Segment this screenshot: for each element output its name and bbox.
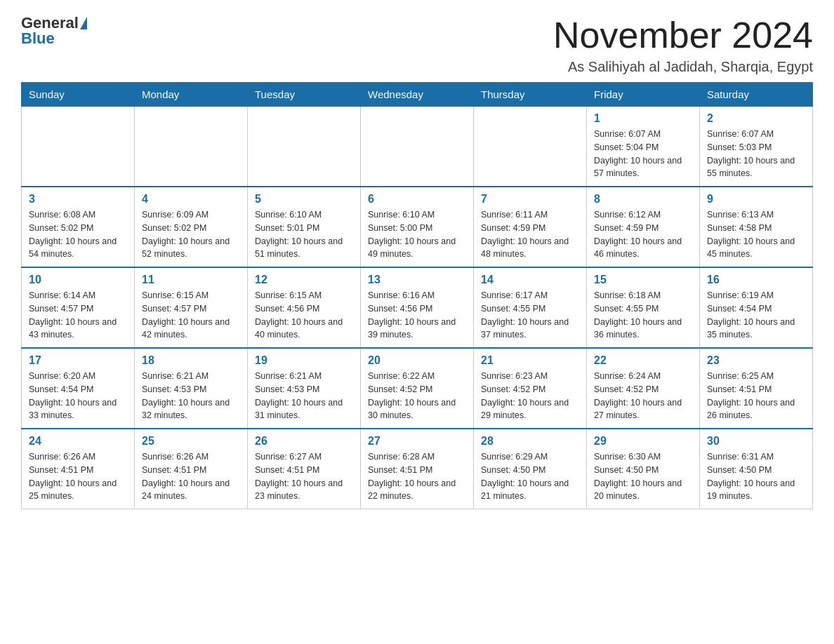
calendar-cell: 23Sunrise: 6:25 AMSunset: 4:51 PMDayligh… — [700, 348, 813, 429]
day-number: 8 — [594, 193, 692, 206]
weekday-header-tuesday: Tuesday — [248, 83, 361, 107]
calendar-cell: 2Sunrise: 6:07 AMSunset: 5:03 PMDaylight… — [700, 107, 813, 187]
day-info: Sunrise: 6:17 AMSunset: 4:55 PMDaylight:… — [481, 289, 579, 342]
day-number: 25 — [142, 435, 240, 448]
day-info: Sunrise: 6:07 AMSunset: 5:04 PMDaylight:… — [594, 128, 692, 180]
day-info: Sunrise: 6:18 AMSunset: 4:55 PMDaylight:… — [594, 289, 692, 342]
calendar-cell: 26Sunrise: 6:27 AMSunset: 4:51 PMDayligh… — [248, 429, 361, 509]
day-info: Sunrise: 6:30 AMSunset: 4:50 PMDaylight:… — [594, 450, 692, 503]
calendar-cell — [22, 107, 135, 187]
calendar-week-4: 17Sunrise: 6:20 AMSunset: 4:54 PMDayligh… — [22, 348, 813, 429]
calendar-cell: 6Sunrise: 6:10 AMSunset: 5:00 PMDaylight… — [361, 187, 474, 267]
calendar-week-5: 24Sunrise: 6:26 AMSunset: 4:51 PMDayligh… — [22, 429, 813, 509]
calendar-cell: 18Sunrise: 6:21 AMSunset: 4:53 PMDayligh… — [135, 348, 248, 429]
day-number: 11 — [142, 274, 240, 286]
calendar-cell — [474, 107, 587, 187]
day-info: Sunrise: 6:14 AMSunset: 4:57 PMDaylight:… — [29, 289, 127, 342]
calendar-cell: 20Sunrise: 6:22 AMSunset: 4:52 PMDayligh… — [361, 348, 474, 429]
day-info: Sunrise: 6:23 AMSunset: 4:52 PMDaylight:… — [481, 370, 579, 422]
day-info: Sunrise: 6:10 AMSunset: 5:00 PMDaylight:… — [368, 208, 466, 261]
calendar-cell: 10Sunrise: 6:14 AMSunset: 4:57 PMDayligh… — [22, 267, 135, 348]
day-number: 17 — [29, 354, 127, 367]
calendar-cell: 16Sunrise: 6:19 AMSunset: 4:54 PMDayligh… — [700, 267, 813, 348]
calendar-cell: 15Sunrise: 6:18 AMSunset: 4:55 PMDayligh… — [587, 267, 700, 348]
day-info: Sunrise: 6:24 AMSunset: 4:52 PMDaylight:… — [594, 370, 692, 422]
day-number: 13 — [368, 274, 466, 286]
calendar-cell: 24Sunrise: 6:26 AMSunset: 4:51 PMDayligh… — [22, 429, 135, 509]
weekday-header-thursday: Thursday — [474, 83, 587, 107]
location-title: As Salihiyah al Jadidah, Sharqia, Egypt — [553, 59, 813, 75]
day-number: 7 — [481, 193, 579, 206]
day-info: Sunrise: 6:20 AMSunset: 4:54 PMDaylight:… — [29, 370, 127, 422]
day-info: Sunrise: 6:16 AMSunset: 4:56 PMDaylight:… — [368, 289, 466, 342]
day-info: Sunrise: 6:21 AMSunset: 4:53 PMDaylight:… — [255, 370, 353, 422]
day-info: Sunrise: 6:15 AMSunset: 4:57 PMDaylight:… — [142, 289, 240, 342]
day-info: Sunrise: 6:31 AMSunset: 4:50 PMDaylight:… — [707, 450, 805, 503]
calendar-week-1: 1Sunrise: 6:07 AMSunset: 5:04 PMDaylight… — [22, 107, 813, 187]
calendar-cell: 1Sunrise: 6:07 AMSunset: 5:04 PMDaylight… — [587, 107, 700, 187]
calendar-cell: 22Sunrise: 6:24 AMSunset: 4:52 PMDayligh… — [587, 348, 700, 429]
day-number: 28 — [481, 435, 579, 448]
day-info: Sunrise: 6:09 AMSunset: 5:02 PMDaylight:… — [142, 208, 240, 261]
day-info: Sunrise: 6:29 AMSunset: 4:50 PMDaylight:… — [481, 450, 579, 503]
calendar-cell: 7Sunrise: 6:11 AMSunset: 4:59 PMDaylight… — [474, 187, 587, 267]
calendar-cell: 25Sunrise: 6:26 AMSunset: 4:51 PMDayligh… — [135, 429, 248, 509]
day-info: Sunrise: 6:22 AMSunset: 4:52 PMDaylight:… — [368, 370, 466, 422]
calendar-cell: 13Sunrise: 6:16 AMSunset: 4:56 PMDayligh… — [361, 267, 474, 348]
calendar-cell — [135, 107, 248, 187]
calendar-cell: 14Sunrise: 6:17 AMSunset: 4:55 PMDayligh… — [474, 267, 587, 348]
day-number: 30 — [707, 435, 805, 448]
day-info: Sunrise: 6:27 AMSunset: 4:51 PMDaylight:… — [255, 450, 353, 503]
day-number: 4 — [142, 193, 240, 206]
day-number: 22 — [594, 354, 692, 367]
day-info: Sunrise: 6:19 AMSunset: 4:54 PMDaylight:… — [707, 289, 805, 342]
day-number: 15 — [594, 274, 692, 286]
day-number: 5 — [255, 193, 353, 206]
weekday-header-row: SundayMondayTuesdayWednesdayThursdayFrid… — [22, 83, 813, 107]
weekday-header-wednesday: Wednesday — [361, 83, 474, 107]
day-info: Sunrise: 6:28 AMSunset: 4:51 PMDaylight:… — [368, 450, 466, 503]
calendar-table: SundayMondayTuesdayWednesdayThursdayFrid… — [21, 82, 813, 509]
day-info: Sunrise: 6:26 AMSunset: 4:51 PMDaylight:… — [142, 450, 240, 503]
day-info: Sunrise: 6:07 AMSunset: 5:03 PMDaylight:… — [707, 128, 805, 180]
logo: General Blue — [21, 14, 88, 48]
calendar-cell: 9Sunrise: 6:13 AMSunset: 4:58 PMDaylight… — [700, 187, 813, 267]
calendar-cell: 29Sunrise: 6:30 AMSunset: 4:50 PMDayligh… — [587, 429, 700, 509]
day-info: Sunrise: 6:10 AMSunset: 5:01 PMDaylight:… — [255, 208, 353, 261]
calendar-cell — [248, 107, 361, 187]
day-info: Sunrise: 6:08 AMSunset: 5:02 PMDaylight:… — [29, 208, 127, 261]
calendar-week-2: 3Sunrise: 6:08 AMSunset: 5:02 PMDaylight… — [22, 187, 813, 267]
day-number: 16 — [707, 274, 805, 286]
day-number: 24 — [29, 435, 127, 448]
day-number: 18 — [142, 354, 240, 367]
day-number: 19 — [255, 354, 353, 367]
logo-blue-text: Blue — [21, 29, 55, 48]
calendar-cell: 11Sunrise: 6:15 AMSunset: 4:57 PMDayligh… — [135, 267, 248, 348]
title-area: November 2024 As Salihiyah al Jadidah, S… — [553, 14, 813, 75]
calendar-cell: 28Sunrise: 6:29 AMSunset: 4:50 PMDayligh… — [474, 429, 587, 509]
calendar-cell: 8Sunrise: 6:12 AMSunset: 4:59 PMDaylight… — [587, 187, 700, 267]
day-number: 14 — [481, 274, 579, 286]
calendar-cell: 17Sunrise: 6:20 AMSunset: 4:54 PMDayligh… — [22, 348, 135, 429]
day-number: 23 — [707, 354, 805, 367]
day-number: 29 — [594, 435, 692, 448]
calendar-cell: 4Sunrise: 6:09 AMSunset: 5:02 PMDaylight… — [135, 187, 248, 267]
day-number: 27 — [368, 435, 466, 448]
calendar-cell: 21Sunrise: 6:23 AMSunset: 4:52 PMDayligh… — [474, 348, 587, 429]
day-number: 3 — [29, 193, 127, 206]
day-info: Sunrise: 6:11 AMSunset: 4:59 PMDaylight:… — [481, 208, 579, 261]
day-number: 20 — [368, 354, 466, 367]
day-info: Sunrise: 6:12 AMSunset: 4:59 PMDaylight:… — [594, 208, 692, 261]
logo-triangle-icon — [80, 17, 87, 29]
calendar-cell — [361, 107, 474, 187]
day-number: 2 — [707, 112, 805, 125]
weekday-header-monday: Monday — [135, 83, 248, 107]
day-number: 10 — [29, 274, 127, 286]
day-number: 12 — [255, 274, 353, 286]
calendar-cell: 3Sunrise: 6:08 AMSunset: 5:02 PMDaylight… — [22, 187, 135, 267]
day-info: Sunrise: 6:13 AMSunset: 4:58 PMDaylight:… — [707, 208, 805, 261]
day-number: 26 — [255, 435, 353, 448]
calendar-cell: 27Sunrise: 6:28 AMSunset: 4:51 PMDayligh… — [361, 429, 474, 509]
calendar-week-3: 10Sunrise: 6:14 AMSunset: 4:57 PMDayligh… — [22, 267, 813, 348]
day-number: 9 — [707, 193, 805, 206]
